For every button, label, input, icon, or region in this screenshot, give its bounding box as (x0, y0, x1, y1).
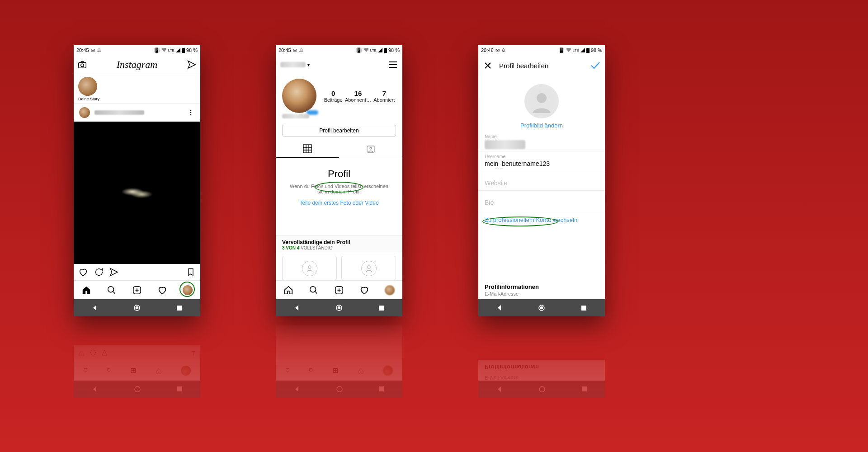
svg-rect-1 (183, 48, 184, 48)
like-icon[interactable] (78, 267, 88, 277)
tab-tagged[interactable] (339, 140, 402, 158)
nav-home-icon[interactable] (81, 285, 91, 295)
stat-following-count: 7 (373, 89, 395, 97)
svg-rect-11 (177, 306, 182, 311)
nav-profile-avatar[interactable] (385, 285, 395, 295)
nav-activity-icon[interactable] (157, 285, 167, 295)
nav-profile-avatar[interactable] (183, 285, 193, 295)
field-username[interactable]: Username mein_benutername123 (478, 151, 605, 171)
signal-icon (176, 48, 180, 52)
nav-home-icon[interactable] (283, 285, 293, 295)
profile-username-blurred[interactable] (280, 62, 306, 67)
profile-stats: 0 Beiträge 16 Abonnent… 7 Abonniert (323, 89, 396, 103)
post-author-name-blurred (94, 110, 144, 115)
bookmark-icon[interactable] (186, 267, 196, 277)
camera-icon[interactable] (77, 60, 87, 70)
close-icon[interactable] (483, 61, 493, 71)
share-icon[interactable] (109, 267, 119, 277)
comment-icon[interactable] (94, 267, 104, 277)
field-bio[interactable]: Bio (478, 196, 605, 210)
status-time: 20:45 (278, 47, 291, 53)
android-back-icon[interactable] (293, 304, 301, 312)
complete-card[interactable] (341, 256, 396, 280)
battery-pct: 98 % (388, 47, 400, 53)
svg-point-17 (308, 266, 311, 268)
empty-share-link[interactable]: Teile dein erstes Foto oder Video (276, 200, 402, 206)
post-author-avatar[interactable] (78, 106, 91, 119)
signal-icon (580, 48, 585, 52)
field-name[interactable]: Name (478, 132, 605, 151)
stat-following-label: Abonniert (373, 97, 395, 103)
menu-icon[interactable] (388, 60, 398, 70)
post-more-icon[interactable] (186, 108, 196, 118)
nav-search-icon[interactable] (309, 285, 319, 295)
phone-feed: 20:45 ✉ 🕭 📳 LTE 98 % Instagram Deine Sto… (74, 45, 200, 316)
empty-title: Profil (276, 168, 402, 180)
android-home-icon[interactable] (133, 304, 141, 312)
android-back-icon[interactable] (91, 304, 99, 312)
nav-search-icon[interactable] (107, 285, 117, 295)
phone-profile: 20:45 ✉ 🕭 📳 LTE 98 % ▾ 0 Beiträge 1 (276, 45, 402, 316)
edit-profile-top-bar: Profil bearbeiten (478, 55, 605, 76)
send-dm-icon[interactable] (187, 60, 197, 70)
svg-point-3 (81, 64, 84, 66)
reflection: E-Mail-Adresse Profilinformationen (478, 316, 605, 398)
status-time: 20:45 (76, 47, 89, 53)
change-photo-link[interactable]: Profilbild ändern (478, 122, 605, 129)
android-nav (478, 299, 605, 316)
profile-info-header: Profilinformationen (478, 279, 605, 291)
battery-pct: 98 % (591, 47, 602, 53)
mail-icon: ✉ (495, 47, 500, 53)
android-nav (74, 299, 200, 316)
stat-followers-label: Abonnent… (345, 97, 371, 103)
svg-point-5 (190, 112, 192, 113)
avatar-placeholder-icon (302, 261, 317, 276)
edit-profile-button[interactable]: Profil bearbeiten (282, 125, 396, 137)
tab-grid[interactable] (276, 140, 339, 158)
stat-followers[interactable]: 16 Abonnent… (345, 89, 371, 103)
confirm-check-icon[interactable] (590, 61, 600, 71)
svg-point-10 (136, 307, 138, 309)
android-home-icon[interactable] (538, 304, 546, 312)
svg-point-7 (108, 286, 114, 292)
profile-photo-placeholder[interactable] (524, 84, 559, 118)
profile-header: 0 Beiträge 16 Abonnent… 7 Abonniert (276, 74, 402, 113)
complete-sub: 3 VON 4 VOLLSTÄNDIG (282, 245, 396, 250)
field-bio-placeholder: Bio (485, 199, 599, 208)
net-label: LTE (168, 48, 175, 52)
net-label: LTE (370, 48, 377, 52)
svg-rect-2 (79, 62, 86, 68)
battery-icon (384, 48, 387, 53)
status-time: 20:46 (481, 47, 494, 53)
field-name-label: Name (485, 134, 599, 139)
reflection: ⌂⌕⊞♡ (276, 316, 402, 398)
switch-pro-link[interactable]: Zu professionellem Konto wechseln (478, 210, 605, 230)
field-website[interactable]: Website (478, 177, 605, 191)
android-recent-icon[interactable] (175, 304, 183, 312)
chevron-down-icon[interactable]: ▾ (307, 62, 310, 67)
svg-point-18 (368, 266, 370, 268)
mute-icon: 🕭 (501, 47, 506, 53)
nav-add-icon[interactable] (334, 285, 344, 295)
post-image[interactable] (74, 122, 200, 264)
your-story-avatar[interactable] (78, 77, 97, 96)
nav-add-icon[interactable] (132, 285, 142, 295)
mute-icon: 🕭 (97, 47, 102, 53)
android-recent-icon[interactable] (377, 304, 385, 312)
post-header (74, 103, 200, 122)
phone-edit-profile: 20:46 ✉ 🕭 📳 LTE 98 % Profil bearbeiten P… (478, 45, 605, 316)
android-back-icon[interactable] (495, 304, 504, 312)
svg-point-27 (537, 93, 547, 103)
profile-info-email-label[interactable]: E-Mail-Adresse (478, 291, 605, 299)
stat-posts[interactable]: 0 Beiträge (324, 89, 343, 103)
stat-following[interactable]: 7 Abonniert (373, 89, 395, 103)
android-home-icon[interactable] (335, 304, 343, 312)
status-bar: 20:45 ✉ 🕭 📳 LTE 98 % (74, 45, 200, 55)
android-recent-icon[interactable] (580, 304, 588, 312)
svg-rect-12 (384, 48, 387, 53)
profile-avatar[interactable] (282, 79, 316, 113)
complete-card[interactable] (282, 256, 337, 280)
svg-point-31 (135, 386, 140, 392)
nav-activity-icon[interactable] (359, 285, 369, 295)
svg-point-29 (540, 307, 542, 309)
